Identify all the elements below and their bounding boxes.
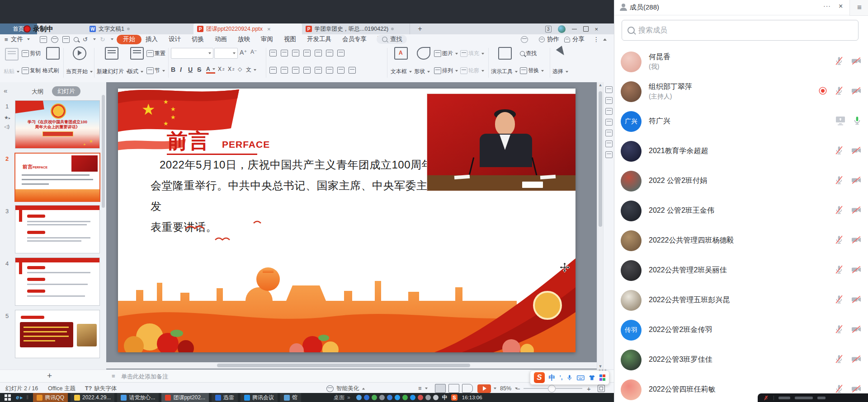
slide-thumbnail-3[interactable] [15,205,100,253]
phonetic-button[interactable]: 文 [246,66,256,74]
file-menu[interactable]: ≡ 文件 [5,34,30,44]
increase-font-icon[interactable]: A⁺ [240,49,247,56]
paragraph-tool-icon[interactable] [292,50,299,56]
tab-close-icon[interactable]: × [267,26,271,33]
slide-thumbnail-5[interactable] [15,310,100,358]
replace-button[interactable]: 替换 [520,67,544,75]
tab-start[interactable]: 开始 [117,34,142,44]
font-size-select[interactable] [214,48,238,59]
vertical-scrollbar[interactable]: ▲ ▼ [597,82,604,369]
member-row[interactable]: 2022公共管理2班吴丽佳 [614,256,868,285]
more-commands-icon[interactable] [111,38,113,40]
paragraph-tool-icon[interactable] [303,50,311,56]
paragraph-tool-icon[interactable] [315,50,322,56]
taskbar-app-迅雷[interactable]: 迅雷 [212,393,238,402]
tab-动画[interactable]: 动画 [215,35,227,43]
new-slide-button[interactable]: 新建幻灯片 [97,44,127,82]
taskbar-app-2022.4.29...[interactable]: 2022.4.29... [71,393,114,402]
zoom-slider-knob[interactable] [548,385,556,393]
member-row[interactable]: 2022 公管2班付娟 [614,166,868,196]
superscript-button[interactable]: X2 [218,66,224,72]
italic-button[interactable]: I [180,66,182,73]
sogou-ime-toolbar[interactable]: ●●● S 中 ’, [530,370,609,385]
mic-muted-icon[interactable] [834,56,844,68]
save-icon[interactable] [40,36,47,43]
tab-slides[interactable]: 幻灯片 [52,86,80,96]
member-row[interactable]: 2021教育学余超超 [614,136,868,166]
member-search-input[interactable]: 搜索成员 [622,20,859,41]
member-row[interactable]: 2022公共管理五班彭兴昆 [614,285,868,315]
copy-button[interactable]: 复制 [22,67,41,75]
window-count-badge[interactable]: 3 [545,26,552,33]
mic-muted-icon[interactable] [834,324,844,336]
tab-outline[interactable]: 大纲 [32,88,43,96]
collaborate-button[interactable]: 协作 [539,34,559,44]
camera-off-icon[interactable] [850,86,862,98]
location-icon[interactable] [605,140,613,147]
minimize-icon[interactable] [572,29,577,29]
camera-off-icon[interactable] [850,145,862,157]
ime-indicator[interactable]: 中 [442,394,448,402]
slide-thumbnail-4[interactable] [15,257,100,306]
tab-设计[interactable]: 设计 [169,35,181,43]
tray-icon[interactable] [425,395,431,400]
panel-hamburger-icon[interactable]: ≡ [849,0,868,16]
user-avatar[interactable] [558,25,566,33]
text-tool-icon[interactable] [605,151,613,158]
font-family-select[interactable] [171,48,213,59]
select-button[interactable]: 选择 [552,44,571,82]
camera-off-icon[interactable] [850,175,862,187]
camera-off-icon[interactable] [850,56,862,68]
tab-presentation-2[interactable]: P 学团章团史，听总...0190422) [302,23,410,34]
taskbar-app-腾讯会议[interactable]: 腾讯会议 [241,393,278,402]
taskbar-app-请党放心...[interactable]: 请党放心... [117,393,159,402]
camera-off-icon[interactable] [850,205,862,217]
panel-close-icon[interactable]: × [839,2,843,10]
slide-thumbnail-1[interactable]: 学习《在庆祝中国共青团成立100周年大会上的重要讲话》 ★ ★ [15,100,100,149]
undo-icon[interactable]: ↺ [83,36,88,43]
format-painter-button[interactable]: 格式刷 [42,67,59,75]
outline-button[interactable]: 轮廓 [460,67,484,75]
notes-placeholder[interactable]: 单击此处添加备注 [121,373,168,381]
tray-icon[interactable] [410,395,415,400]
taskbar-app-团课ppt202...[interactable]: 团课ppt202... [161,393,209,402]
media-play-icon[interactable]: ▶ [20,396,23,400]
camera-off-icon[interactable] [850,265,862,276]
section-button[interactable]: 节 [146,67,165,75]
panel-menu-icon[interactable]: ··· [823,2,831,9]
shapes-button[interactable]: 形状 [414,44,433,82]
mic-muted-icon[interactable] [834,265,844,276]
paragraph-tool-icon[interactable] [326,50,333,56]
ie-icon[interactable]: e [16,394,19,401]
arrange-button[interactable]: 排列 [434,67,458,75]
paragraph-tool-icon[interactable] [269,67,277,74]
decrease-font-icon[interactable]: A⁻ [250,49,257,55]
paragraph-tool-icon[interactable] [292,67,299,74]
new-tab-button[interactable]: + [414,23,426,34]
export-icon[interactable] [51,36,58,43]
share-button[interactable]: 分享 [564,34,585,44]
picture-button[interactable]: 图片 [434,50,458,57]
tray-icon[interactable] [356,395,362,400]
paragraph-tool-icon[interactable] [315,67,322,74]
start-button[interactable] [5,394,11,401]
tab-active-presentation[interactable]: P 团课ppt20220924.pptx × [193,23,302,34]
ime-toolbox-icon[interactable] [599,374,606,381]
tray-icon[interactable] [433,395,439,400]
mic-muted-icon[interactable] [834,205,844,217]
print-icon[interactable] [62,36,70,43]
tab-开发工具[interactable]: 开发工具 [307,35,331,43]
tray-icon[interactable] [402,395,408,400]
mic-on-icon[interactable] [852,116,862,127]
tab-审阅[interactable]: 审阅 [261,35,273,43]
camera-off-icon[interactable] [850,354,862,366]
tray-icon[interactable] [372,395,377,400]
tab-视图[interactable]: 视图 [284,35,296,43]
desktop-label[interactable]: 桌面 [334,394,344,402]
member-row[interactable]: (主持人)组织部丁翠萍 [614,77,868,107]
fill-button[interactable]: 填充 [460,50,484,57]
mic-muted-icon[interactable] [834,354,844,366]
cloud-sync-button[interactable] [521,34,528,44]
mic-muted-icon[interactable] [834,86,844,98]
paragraph-tool-icon[interactable] [337,67,344,74]
